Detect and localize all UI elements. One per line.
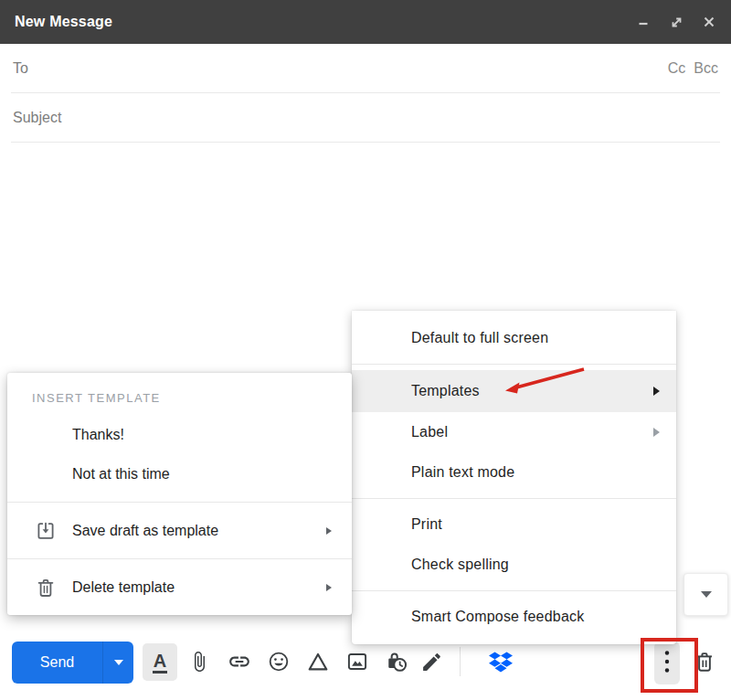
insert-signature-button[interactable] (418, 649, 444, 674)
more-options-button[interactable] (654, 642, 680, 684)
submenu-arrow-icon (653, 387, 660, 396)
templates-submenu: INSERT TEMPLATE Thanks! Not at this time… (7, 373, 352, 615)
window-controls (636, 15, 716, 29)
popout-icon (670, 16, 683, 29)
more-options-menu: Default to full screen Templates Label P… (352, 311, 676, 644)
cc-button[interactable]: Cc (668, 60, 686, 77)
template-item-thanks[interactable]: Thanks! (7, 415, 352, 454)
send-button[interactable]: Send (12, 642, 102, 684)
menu-divider (352, 498, 676, 499)
send-button-group: Send (12, 642, 133, 684)
subject-label: Subject (13, 110, 61, 126)
toolbar-divider (460, 647, 461, 676)
caret-down-icon (114, 660, 123, 665)
menu-item-default-fullscreen[interactable]: Default to full screen (352, 318, 676, 358)
minimize-button[interactable] (636, 15, 651, 29)
lock-clock-icon (385, 650, 409, 674)
submenu-divider (7, 502, 352, 503)
insert-drive-button[interactable] (305, 649, 331, 674)
titlebar: New Message (0, 0, 731, 44)
save-template-icon (35, 520, 57, 542)
to-field-row[interactable]: To Cc Bcc (0, 44, 731, 92)
insert-emoji-button[interactable] (266, 649, 291, 674)
paperclip-icon (188, 651, 210, 673)
confidential-mode-button[interactable] (384, 649, 409, 674)
close-icon (703, 16, 715, 28)
to-label: To (13, 60, 28, 77)
submenu-arrow-icon (326, 527, 332, 535)
menu-item-check-spelling[interactable]: Check spelling (352, 545, 676, 585)
dropdown-caret-button[interactable] (683, 573, 728, 616)
submenu-header: INSERT TEMPLATE (7, 382, 352, 415)
pen-icon (420, 651, 443, 673)
menu-item-smart-compose-feedback[interactable]: Smart Compose feedback (352, 597, 676, 637)
dropbox-button[interactable] (488, 649, 514, 674)
menu-item-templates[interactable]: Templates (352, 370, 676, 412)
subject-field-row[interactable]: Subject (0, 93, 731, 142)
save-draft-as-template-item[interactable]: Save draft as template (7, 511, 352, 550)
submenu-arrow-icon (326, 584, 332, 591)
formatting-options-icon: A (153, 652, 167, 673)
discard-draft-button[interactable] (692, 649, 717, 674)
minimize-icon (637, 16, 650, 28)
compose-window: { "colors": { "header_bg": "#404040", "a… (0, 0, 731, 700)
more-vertical-icon (664, 650, 670, 677)
drive-icon (306, 650, 330, 673)
photo-icon (345, 650, 369, 673)
insert-photo-button[interactable] (344, 649, 370, 674)
submenu-divider (7, 558, 352, 559)
emoji-icon (267, 650, 291, 673)
template-item-not-at-this-time[interactable]: Not at this time (7, 454, 352, 493)
menu-divider (352, 364, 676, 365)
menu-item-print[interactable]: Print (352, 504, 676, 545)
menu-divider (352, 590, 676, 591)
bcc-button[interactable]: Bcc (694, 60, 718, 77)
attach-file-button[interactable] (186, 649, 212, 674)
link-icon (228, 650, 251, 673)
formatting-options-button[interactable]: A (143, 643, 177, 681)
delete-template-item[interactable]: Delete template (7, 567, 352, 607)
send-options-button[interactable] (102, 642, 133, 684)
trash-icon (35, 577, 57, 599)
menu-item-label[interactable]: Label (352, 412, 676, 452)
menu-item-plain-text-mode[interactable]: Plain text mode (352, 452, 676, 493)
window-title: New Message (15, 14, 112, 30)
trash-icon (693, 650, 716, 673)
popout-button[interactable] (669, 15, 683, 29)
dropbox-icon (489, 650, 513, 673)
insert-link-button[interactable] (227, 649, 252, 674)
close-button[interactable] (702, 15, 716, 29)
caret-down-icon (701, 591, 712, 598)
cc-bcc-group: Cc Bcc (668, 60, 718, 77)
submenu-arrow-icon (653, 428, 660, 437)
